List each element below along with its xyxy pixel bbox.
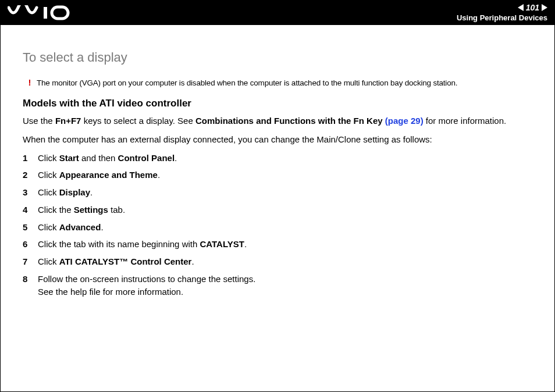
step-number: 4: [23, 204, 38, 216]
step-number: 7: [23, 255, 38, 268]
step-item: 8 Follow the on-screen instructions to c…: [23, 273, 536, 298]
text: .: [175, 153, 177, 163]
step-number: 3: [23, 186, 38, 199]
ui-label: Start: [59, 153, 79, 163]
page-title: To select a display: [23, 48, 536, 67]
header-right: 101 Using Peripheral Devices: [457, 3, 547, 22]
ui-label: CATALYST: [200, 239, 244, 249]
ui-label: ATI CATALYST™ Control Center: [59, 256, 192, 266]
svg-rect-0: [44, 7, 47, 19]
step-item: 4 Click the Settings tab.: [23, 204, 536, 216]
page-nav: 101: [518, 3, 547, 12]
page: 101 Using Peripheral Devices To select a…: [0, 0, 555, 392]
step-number: 8: [23, 273, 38, 286]
warning-icon: !: [23, 77, 37, 87]
ui-label: Settings: [74, 205, 108, 215]
step-number: 1: [23, 152, 38, 165]
step-number: 2: [23, 169, 38, 181]
ui-label: Control Panel: [118, 153, 175, 163]
steps-list: 1 Click Start and then Control Panel. 2 …: [23, 152, 536, 298]
text: for more information.: [424, 116, 507, 126]
ref-title: Combinations and Functions with the Fn K…: [195, 116, 383, 126]
text: tab.: [108, 205, 125, 215]
text: .: [244, 239, 247, 249]
text: .: [90, 187, 92, 197]
text: Use the: [23, 116, 55, 126]
ui-label: Appearance and Theme: [59, 170, 158, 180]
svg-rect-1: [52, 7, 68, 19]
step-body: Follow the on-screen instructions to cha…: [38, 273, 536, 298]
text: keys to select a display. See: [81, 116, 195, 126]
vaio-logo: [8, 5, 72, 20]
text: Click: [38, 187, 59, 197]
step-item: 2 Click Appearance and Theme.: [23, 169, 536, 181]
step-body: Click ATI CATALYST™ Control Center.: [38, 255, 536, 268]
next-page-arrow-icon[interactable]: [542, 4, 547, 11]
step-body: Click Start and then Control Panel.: [38, 152, 536, 165]
step-body: Click Appearance and Theme.: [38, 169, 536, 181]
paragraph-1: Use the Fn+F7 keys to select a display. …: [23, 115, 536, 127]
text: Follow the on-screen instructions to cha…: [38, 274, 255, 284]
subheading: Models with the ATI video controller: [23, 97, 536, 111]
step-number: 6: [23, 238, 38, 251]
text: .: [191, 256, 194, 266]
vaio-logo-svg: [8, 5, 72, 20]
warning-note: ! The monitor (VGA) port on your compute…: [23, 77, 536, 89]
paragraph-2: When the computer has an external displa…: [23, 133, 536, 146]
content-area: To select a display ! The monitor (VGA) …: [1, 25, 554, 298]
text: See the help file for more information.: [38, 287, 183, 297]
ui-label: Display: [59, 187, 90, 197]
text: Click: [38, 222, 59, 232]
ui-label: Advanced: [59, 222, 101, 232]
text: and then: [79, 153, 118, 163]
text: .: [158, 170, 160, 180]
text: Click: [38, 153, 59, 163]
step-item: 6 Click the tab with its name beginning …: [23, 238, 536, 251]
step-item: 7 Click ATI CATALYST™ Control Center.: [23, 255, 536, 268]
step-body: Click the tab with its name beginning wi…: [38, 238, 536, 251]
step-item: 1 Click Start and then Control Panel.: [23, 152, 536, 165]
page-number: 101: [526, 3, 539, 12]
header-bar: 101 Using Peripheral Devices: [1, 1, 554, 25]
step-body: Click Advanced.: [38, 221, 536, 234]
text: .: [101, 222, 103, 232]
step-item: 3 Click Display.: [23, 186, 536, 199]
step-number: 5: [23, 221, 38, 234]
prev-page-arrow-icon[interactable]: [518, 4, 524, 11]
page-ref-link[interactable]: (page 29): [385, 116, 424, 126]
text: Click the: [38, 205, 74, 215]
text: Click: [38, 256, 59, 266]
section-label: Using Peripheral Devices: [457, 13, 547, 22]
step-body: Click the Settings tab.: [38, 204, 536, 216]
text: Click the tab with its name beginning wi…: [38, 239, 200, 249]
step-body: Click Display.: [38, 186, 536, 199]
warning-text: The monitor (VGA) port on your computer …: [37, 77, 457, 89]
key-combo: Fn+F7: [55, 116, 81, 126]
step-item: 5 Click Advanced.: [23, 221, 536, 234]
text: Click: [38, 170, 59, 180]
